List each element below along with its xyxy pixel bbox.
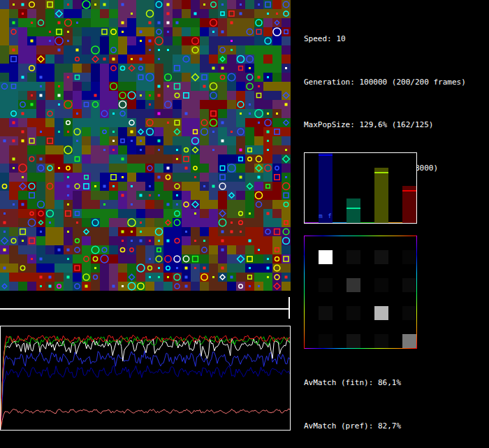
population-strip	[360, 222, 374, 223]
matrix-axis-right-gradient	[416, 236, 417, 349]
matrix-cell	[374, 334, 388, 348]
bar-marker-line	[402, 190, 416, 192]
population-bar	[402, 186, 416, 223]
stats-panel: Speed: 10 Generation: 100000 (200/200 fr…	[304, 3, 466, 448]
stat-value: 129,6% (162/125)	[359, 120, 433, 129]
population-bar	[346, 198, 360, 223]
population-strip	[305, 222, 319, 223]
stat-label: AvMatch (fitn):	[304, 378, 373, 387]
matrix-cell	[374, 278, 388, 292]
matrix-cell	[346, 278, 360, 292]
population-barchart: m f	[304, 152, 417, 224]
timeseries-panel	[0, 326, 291, 431]
matrix-cell	[346, 250, 360, 264]
stat-line-avmatch-fitn: AvMatch (fitn): 86,1%	[304, 376, 466, 391]
matrix-cell	[402, 250, 416, 264]
matrix-cell	[346, 334, 360, 348]
stat-value: 10	[336, 34, 345, 43]
matrix-cell	[402, 306, 416, 320]
stat-label: AvMatch (pref):	[304, 421, 373, 431]
matrix-cell	[346, 306, 360, 320]
interaction-matrix	[304, 236, 417, 349]
stat-line-maxpopsize: MaxPopSize: 129,6% (162/125)	[304, 118, 466, 133]
stat-label: MaxPopSize:	[304, 120, 355, 129]
matrix-axis-top-gradient	[304, 236, 417, 236]
stat-value: 86,1%	[378, 378, 401, 387]
matrix-cell	[402, 278, 416, 292]
frame-progress-bar	[0, 308, 289, 310]
matrix-cell	[319, 250, 333, 264]
population-strip	[333, 222, 346, 223]
frame-progress-endcap	[289, 297, 290, 319]
bar-marker-line	[374, 172, 388, 173]
stat-value: 100000 (200/200 frames)	[359, 78, 465, 87]
stat-label: Generation:	[304, 78, 355, 87]
matrix-cell	[319, 306, 333, 320]
population-strip	[388, 222, 402, 223]
stat-line-avmatch-pref: AvMatch (pref): 82,7%	[304, 419, 466, 434]
stat-value: 82,7%	[378, 421, 401, 431]
population-bar	[374, 168, 388, 223]
world-grid-canvas	[0, 0, 291, 291]
matrix-axis-bottom-gradient	[304, 348, 417, 349]
matrix-axis-left-gradient	[304, 236, 305, 349]
stat-label: Speed:	[304, 34, 332, 43]
stat-line-speed: Speed: 10	[304, 32, 466, 47]
simulation-window: { "app": { "background": "#000000" }, "s…	[0, 0, 489, 448]
matrix-cell	[319, 334, 333, 348]
matrix-cell	[319, 278, 333, 292]
male-female-label: m f	[319, 212, 333, 219]
bar-marker-line	[319, 154, 333, 156]
matrix-cell	[402, 334, 416, 348]
matrix-cell	[374, 306, 388, 320]
timeseries-canvas	[1, 326, 290, 430]
bar-marker-line	[346, 208, 360, 209]
matrix-cell	[374, 250, 388, 264]
stat-line-generation: Generation: 100000 (200/200 frames)	[304, 75, 466, 90]
